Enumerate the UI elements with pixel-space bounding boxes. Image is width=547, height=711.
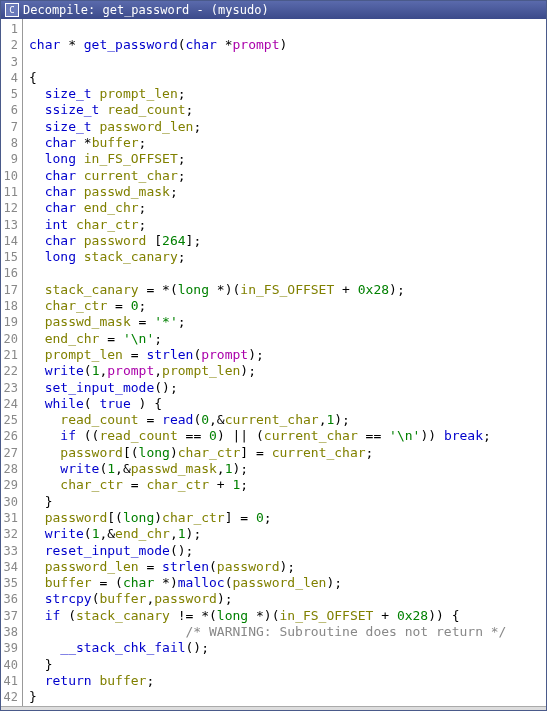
code-line[interactable]: write(1,prompt,prompt_len); xyxy=(29,363,546,379)
line-number: 16 xyxy=(3,265,18,281)
line-number: 19 xyxy=(3,314,18,330)
line-number: 12 xyxy=(3,200,18,216)
code-line[interactable]: write(1,&end_chr,1); xyxy=(29,526,546,542)
code-line[interactable]: long in_FS_OFFSET; xyxy=(29,151,546,167)
code-line[interactable]: password[(long)char_ctr] = current_char; xyxy=(29,445,546,461)
line-number: 37 xyxy=(3,608,18,624)
code-line[interactable]: } xyxy=(29,657,546,673)
line-number: 3 xyxy=(3,54,18,70)
code-line[interactable]: { xyxy=(29,70,546,86)
code-line[interactable]: set_input_mode(); xyxy=(29,380,546,396)
line-number: 17 xyxy=(3,282,18,298)
line-number: 39 xyxy=(3,640,18,656)
app-icon: C xyxy=(5,3,19,17)
code-line[interactable]: char_ctr = 0; xyxy=(29,298,546,314)
line-number: 14 xyxy=(3,233,18,249)
code-line[interactable]: while( true ) { xyxy=(29,396,546,412)
line-number: 22 xyxy=(3,363,18,379)
line-number: 6 xyxy=(3,102,18,118)
code-line[interactable]: prompt_len = strlen(prompt); xyxy=(29,347,546,363)
line-number: 26 xyxy=(3,428,18,444)
decompile-pane: 1234567891011121314151617181920212223242… xyxy=(1,19,546,706)
line-number: 29 xyxy=(3,477,18,493)
line-number: 28 xyxy=(3,461,18,477)
code-line[interactable]: write(1,&passwd_mask,1); xyxy=(29,461,546,477)
code-line[interactable] xyxy=(29,21,546,37)
line-number: 7 xyxy=(3,119,18,135)
code-line[interactable]: size_t password_len; xyxy=(29,119,546,135)
line-number: 10 xyxy=(3,168,18,184)
line-number: 33 xyxy=(3,543,18,559)
code-line[interactable]: char_ctr = char_ctr + 1; xyxy=(29,477,546,493)
line-number: 13 xyxy=(3,217,18,233)
line-number: 34 xyxy=(3,559,18,575)
line-number: 35 xyxy=(3,575,18,591)
code-line[interactable]: char password [264]; xyxy=(29,233,546,249)
code-line[interactable] xyxy=(29,265,546,281)
code-line[interactable]: reset_input_mode(); xyxy=(29,543,546,559)
code-line[interactable]: passwd_mask = '*'; xyxy=(29,314,546,330)
code-line[interactable]: end_chr = '\n'; xyxy=(29,331,546,347)
code-line[interactable]: char end_chr; xyxy=(29,200,546,216)
line-number: 23 xyxy=(3,380,18,396)
line-number: 20 xyxy=(3,331,18,347)
code-line[interactable]: if ((read_count == 0) || (current_char =… xyxy=(29,428,546,444)
line-number: 32 xyxy=(3,526,18,542)
line-number-gutter: 1234567891011121314151617181920212223242… xyxy=(1,19,23,706)
line-number: 40 xyxy=(3,657,18,673)
code-line[interactable]: password[(long)char_ctr] = 0; xyxy=(29,510,546,526)
code-line[interactable]: char *buffer; xyxy=(29,135,546,151)
code-line[interactable]: char current_char; xyxy=(29,168,546,184)
code-line[interactable]: password_len = strlen(password); xyxy=(29,559,546,575)
code-line[interactable]: int char_ctr; xyxy=(29,217,546,233)
line-number: 4 xyxy=(3,70,18,86)
code-line[interactable]: /* WARNING: Subroutine does not return *… xyxy=(29,624,546,640)
window-title: Decompile: get_password - (mysudo) xyxy=(23,3,269,17)
line-number: 24 xyxy=(3,396,18,412)
line-number: 1 xyxy=(3,21,18,37)
code-line[interactable] xyxy=(29,54,546,70)
code-line[interactable]: if (stack_canary != *(long *)(in_FS_OFFS… xyxy=(29,608,546,624)
line-number: 21 xyxy=(3,347,18,363)
code-line[interactable]: long stack_canary; xyxy=(29,249,546,265)
code-line[interactable]: char * get_password(char *prompt) xyxy=(29,37,546,53)
line-number: 41 xyxy=(3,673,18,689)
line-number: 18 xyxy=(3,298,18,314)
line-number: 27 xyxy=(3,445,18,461)
line-number: 31 xyxy=(3,510,18,526)
code-line[interactable]: stack_canary = *(long *)(in_FS_OFFSET + … xyxy=(29,282,546,298)
code-line[interactable]: char passwd_mask; xyxy=(29,184,546,200)
code-line[interactable]: read_count = read(0,&current_char,1); xyxy=(29,412,546,428)
code-line[interactable]: strcpy(buffer,password); xyxy=(29,591,546,607)
code-line[interactable]: ssize_t read_count; xyxy=(29,102,546,118)
code-line[interactable]: buffer = (char *)malloc(password_len); xyxy=(29,575,546,591)
code-line[interactable]: __stack_chk_fail(); xyxy=(29,640,546,656)
line-number: 38 xyxy=(3,624,18,640)
line-number: 8 xyxy=(3,135,18,151)
line-number: 25 xyxy=(3,412,18,428)
code-line[interactable]: } xyxy=(29,494,546,510)
window-titlebar[interactable]: C Decompile: get_password - (mysudo) xyxy=(1,1,546,19)
line-number: 30 xyxy=(3,494,18,510)
bottom-border xyxy=(1,706,546,710)
line-number: 9 xyxy=(3,151,18,167)
line-number: 36 xyxy=(3,591,18,607)
line-number: 2 xyxy=(3,37,18,53)
code-line[interactable]: size_t prompt_len; xyxy=(29,86,546,102)
code-line[interactable]: return buffer; xyxy=(29,673,546,689)
code-line[interactable]: } xyxy=(29,689,546,705)
line-number: 42 xyxy=(3,689,18,705)
line-number: 15 xyxy=(3,249,18,265)
line-number: 11 xyxy=(3,184,18,200)
code-content[interactable]: char * get_password(char *prompt) { size… xyxy=(23,19,546,706)
line-number: 5 xyxy=(3,86,18,102)
